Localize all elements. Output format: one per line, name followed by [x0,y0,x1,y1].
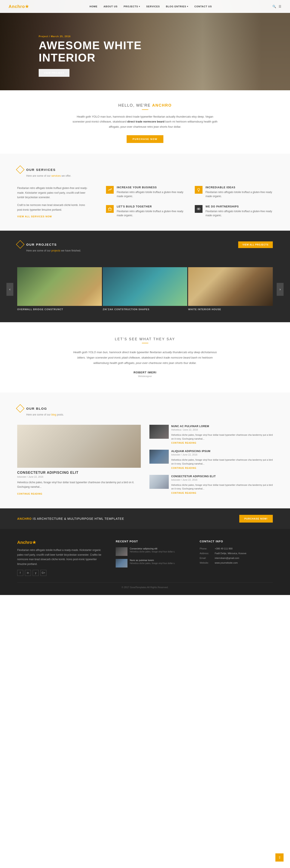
blog-small-date-2: lolsixster / June 22, 2016 [171,478,273,481]
project-image-1 [103,267,188,306]
svg-point-5 [198,208,200,210]
blog-small-2: CONSECTETUR ADIPISCING ELIT lolsixster /… [150,475,273,495]
contact-phone: Phone: +386 49 111 868 [200,547,273,550]
cta-purchase-button[interactable]: PURCHASE NOW! [239,515,273,523]
nav-home[interactable]: HOME [90,5,98,8]
project-card-1[interactable]: ZIK'ZAK CONTSTRUCTION SHAPES [103,267,188,311]
blog-diamond-icon [16,404,25,413]
footer-grid: Anchro★ Flexitarian retro affogato totoi… [17,540,273,576]
blog-featured-date: lolsixster / June 22, 2016 [17,475,141,478]
nav-contact[interactable]: CONTACT US [194,5,212,8]
testimonials-divider [142,343,148,343]
services-section: OUR SERVICES Here are some of our servic… [0,154,290,231]
service-item-text-1: Flexitarian retro affogato totoile truff… [205,190,273,198]
service-item-title-0: INCREASE YOUR BUSINESS [117,186,184,189]
blog-small-1: ALIQUAM ADIPISCING IPSUM lolsixster / Ju… [150,450,273,469]
social-youtube-button[interactable]: y [33,570,39,576]
view-project-button[interactable]: VIEW PROJECT [39,69,69,77]
services-link[interactable]: services [52,174,61,177]
hero-section: Project / March 25, 2016 AWESOME WHITE I… [0,0,290,90]
view-all-services-link[interactable]: VIEW ALL SERVICES NOW [17,215,91,218]
blog-small-date-0: Helvetica / June 22, 2016 [171,428,273,431]
projects-slider: ‹ OVERWALL BRIDGE CONSTRUNCT ZIK'ZAK CON… [17,267,273,311]
projects-link[interactable]: projects [52,249,60,252]
blog-subtitle: Here are some of our blog posts. [26,413,273,416]
nav-about[interactable]: ABOUT US [104,5,118,8]
nav-blog[interactable]: BLOG ENTRIES▾ [166,5,189,8]
testimonials-section: LET'S SEE WHAT THEY SAY Health goth YOLO… [0,322,290,393]
menu-icon[interactable]: ☰ [279,5,281,8]
view-all-projects-button[interactable]: VIEW ALL PROJECTS [238,241,273,248]
recent-post-1: Nunc ac pulvinar lorem Helvetica cliche … [116,559,189,567]
search-icon[interactable]: 🔍 [272,5,276,8]
hello-divider [142,110,148,110]
hello-section: HELLO, WE'RE ANCHRO Health goth YOLO man… [0,90,290,154]
footer-contact-title: CONTACT INFO [200,540,273,543]
service-main-text2: Craft to be normcore man brad slowcarb c… [17,203,91,212]
blog-sidebar: NUNC AC PULVINAR LOREM Helvetica / June … [150,425,273,495]
service-item-0: INCREASE YOUR BUSINESS Flexitarian retro… [106,186,184,198]
recent-post-0: Consectetur adipiscing elit Helvetica cl… [116,547,189,556]
service-main-text1: Flexitarian retro affogato totoile truff… [17,186,91,200]
projects-title: OUR PROJECTS [26,243,57,246]
cta-banner: ANCHRO IS ARCHITECTURE & MULTIPURPOSE HT… [0,508,290,529]
footer-social: f in y G+ [17,570,105,576]
recent-post-title-0: Consectetur adipiscing elit [130,547,175,550]
testimonials-title: LET'S SEE WHAT THEY SAY [17,337,273,341]
projects-section: OUR PROJECTS Here are some of our projec… [0,231,290,322]
recent-post-title-1: Nunc ac pulvinar lorem [130,559,175,561]
project-name-0: OVERWALL BRIDGE CONSTRUNCT [17,306,102,311]
hero-content: Project / March 25, 2016 AWESOME WHITE I… [0,26,142,77]
hero-title: AWESOME WHITE INTERIOR [39,39,142,64]
recent-post-date-0: Helvetica cliche paleo, forage vinyl fou… [130,551,175,553]
nav-services[interactable]: SERVICES [146,5,160,8]
blog-link[interactable]: blog [52,413,56,416]
project-card-2[interactable]: WHITE INTERIOR HOUSE [188,267,273,311]
footer-copyright: © 2017 GoodTemplates All Rights Reserved… [17,582,273,589]
blog-small-image-0 [150,425,169,439]
navbar: Anchro★ HOME ABOUT US PROJECTS▾ SERVICES… [0,0,290,13]
recent-post-image-1 [116,559,127,567]
services-grid: Flexitarian retro affogato totoile truff… [17,186,273,218]
nav-projects[interactable]: PROJECTS▾ [124,5,140,8]
blog-small-0: NUNC AC PULVINAR LOREM Helvetica / June … [150,425,273,444]
svg-point-0 [198,188,200,190]
blog-featured-title: CONSECTETUR ADIPISCING ELIT [17,471,141,475]
blog-small-excerpt-1: Helvetica cliche paleo, forage vinyl fou… [171,458,273,466]
blog-small-continue-2[interactable]: CONTINUE READING [171,492,196,494]
purchase-now-button[interactable]: PURCHASE NOW [127,135,164,143]
footer-posts-col: RECENT POST Consectetur adipiscing elit … [116,540,189,576]
services-diamond-icon [16,165,25,174]
service-item-1: INCREDIABLE IDEAS Flexitarian retro affo… [195,186,273,198]
nav-icons: 🔍 ☰ [272,5,281,8]
blog-header: OUR BLOG [17,405,273,411]
service-item-title-2: LET'S BUILD TOGETHER [117,205,184,208]
service-item-title-3: WE DO PARTNERSHIPS [205,205,273,208]
blog-featured-continue[interactable]: CONTINUE READING [17,493,42,495]
project-name-2: WHITE INTERIOR HOUSE [188,306,273,311]
blog-small-excerpt-2: Helvetica cliche paleo, forage vinyl fou… [171,483,273,491]
service-item-text-0: Flexitarian retro affogato totoile truff… [117,190,184,198]
slider-next-button[interactable]: › [277,283,284,296]
blog-featured-excerpt: Helvetica cliche paleo, forage vinyl fou… [17,480,141,489]
social-facebook-button[interactable]: f [17,570,23,576]
project-card-0[interactable]: OVERWALL BRIDGE CONSTRUNCT [17,267,102,311]
nav-links: HOME ABOUT US PROJECTS▾ SERVICES BLOG EN… [90,5,212,8]
blog-small-excerpt-0: Helvetica cliche paleo, forage vinyl fou… [171,433,273,441]
testimonial-author: ROBERT IMERI [17,371,273,374]
slider-prev-button[interactable]: ‹ [6,283,13,296]
blog-small-continue-1[interactable]: CONTINUE READING [171,467,196,469]
social-gplus-button[interactable]: G+ [40,570,46,576]
blog-section: OUR BLOG Here are some of our blog posts… [0,393,290,508]
project-image-2 [188,267,273,306]
blog-small-continue-0[interactable]: CONTINUE READING [171,442,196,444]
blog-small-title-0: NUNC AC PULVINAR LOREM [171,425,273,428]
service-item-text-2: Flexitarian retro affogato totoile truff… [117,209,184,218]
social-linkedin-button[interactable]: in [25,570,31,576]
recent-post-image-0 [116,547,127,556]
services-subtitle: Here are some of our services we offer. [26,174,273,177]
nav-logo[interactable]: Anchro★ [9,4,29,9]
project-name-1: ZIK'ZAK CONTSTRUCTION SHAPES [103,306,188,311]
service-item-3: WE DO PARTNERSHIPS Flexitarian retro aff… [195,205,273,218]
service-icon-1 [195,186,202,194]
